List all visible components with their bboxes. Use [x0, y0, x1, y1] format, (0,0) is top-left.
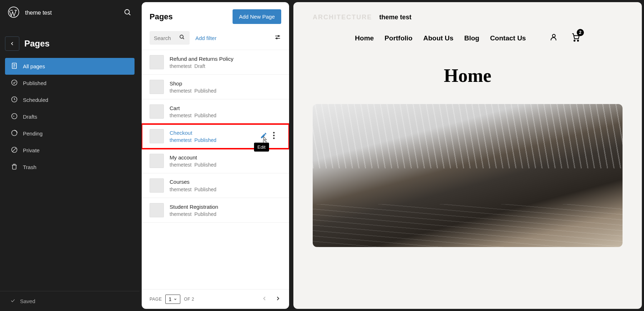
page-info: Student Registration themetest Published — [170, 204, 281, 217]
svg-point-7 — [12, 80, 17, 85]
back-button[interactable] — [5, 36, 19, 51]
trash-icon — [11, 163, 18, 171]
cart-icon[interactable]: 2 — [571, 33, 580, 44]
page-info: Shop themetest Published — [170, 80, 281, 94]
draft-icon — [11, 113, 18, 121]
account-icon[interactable] — [550, 33, 558, 43]
page-row[interactable]: Refund and Returns Policy themetest Draf… — [142, 50, 289, 75]
saved-label: Saved — [20, 298, 35, 304]
page-row[interactable]: Shop themetest Published — [142, 75, 289, 99]
header-icons: 2 — [550, 33, 580, 44]
site-title[interactable]: theme test — [25, 10, 118, 16]
page-title: Shop — [170, 80, 281, 87]
edit-tooltip: Edit — [254, 143, 269, 152]
page-select[interactable]: 1 — [165, 295, 180, 304]
svg-point-22 — [552, 34, 555, 37]
menu-about[interactable]: About Us — [423, 34, 453, 42]
page-thumbnail — [150, 203, 164, 217]
preview-nav: Home Portfolio About Us Blog Contact Us … — [313, 33, 623, 44]
page-thumbnail — [150, 154, 164, 168]
nav-item-drafts[interactable]: Drafts — [5, 108, 135, 125]
page-row-checkout[interactable]: Checkout themetest Published Edit — [142, 124, 289, 149]
nav-label: Published — [23, 80, 47, 86]
page-title: My account — [170, 154, 281, 161]
document-icon — [11, 62, 18, 70]
page-title: Refund and Returns Policy — [170, 56, 281, 62]
nav-label: Pending — [23, 130, 43, 137]
wordpress-logo-icon[interactable] — [8, 6, 19, 19]
page-label: PAGE — [150, 297, 162, 302]
svg-point-20 — [273, 135, 274, 136]
nav-label: Scheduled — [23, 97, 48, 103]
brand-title: theme test — [379, 14, 411, 21]
pages-panel: Pages Add New Page Add filter Refund and… — [142, 2, 289, 309]
add-filter-link[interactable]: Add filter — [195, 35, 216, 41]
page-meta: themetest Draft — [170, 63, 281, 69]
edit-icon[interactable] — [260, 132, 267, 140]
page-title: Student Registration — [170, 204, 281, 210]
check-icon — [10, 298, 16, 305]
page-actions — [260, 132, 275, 140]
nav-list: All pages Published Scheduled Drafts Pen… — [0, 58, 140, 176]
menu-contact[interactable]: Contact Us — [490, 34, 526, 42]
search-box[interactable] — [150, 31, 190, 45]
brand-muted: ARCHITECTURE — [313, 14, 372, 21]
svg-point-1 — [125, 9, 130, 14]
page-row[interactable]: My account themetest Published — [142, 149, 289, 173]
page-title: Cart — [170, 105, 281, 111]
nav-item-trash[interactable]: Trash — [5, 159, 135, 176]
pagination: PAGE 1 OF 2 — [142, 289, 289, 309]
menu-portfolio[interactable]: Portfolio — [385, 34, 413, 42]
page-meta: themetest Published — [170, 162, 281, 168]
hero-title: Home — [313, 65, 623, 86]
block-icon — [11, 146, 18, 154]
nav-label: Trash — [23, 164, 36, 170]
nav-item-scheduled[interactable]: Scheduled — [5, 92, 135, 108]
svg-point-16 — [278, 35, 279, 36]
svg-point-24 — [577, 40, 579, 41]
svg-point-13 — [180, 35, 183, 38]
page-row[interactable]: Cart themetest Published — [142, 99, 289, 124]
next-page-button[interactable] — [275, 295, 281, 303]
nav-item-all-pages[interactable]: All pages — [5, 58, 135, 75]
nav-item-pending[interactable]: Pending — [5, 125, 135, 142]
page-meta: themetest Published — [170, 113, 281, 118]
add-new-page-button[interactable]: Add New Page — [233, 9, 281, 24]
menu-home[interactable]: Home — [355, 34, 374, 42]
preview-header: ARCHITECTURE theme test — [313, 14, 623, 33]
filter-settings-icon[interactable] — [274, 34, 281, 42]
page-thumbnail — [150, 80, 164, 94]
topbar: theme test — [0, 0, 140, 26]
menu-blog[interactable]: Blog — [464, 34, 479, 42]
svg-line-14 — [183, 38, 184, 39]
page-row[interactable]: Courses themetest Published — [142, 173, 289, 198]
panel-title: Pages — [150, 12, 173, 21]
svg-point-19 — [273, 132, 274, 133]
nav-item-published[interactable]: Published — [5, 75, 135, 92]
preview-pane: ARCHITECTURE theme test Home Portfolio A… — [293, 2, 642, 309]
svg-line-2 — [129, 13, 131, 15]
clock-icon — [11, 96, 18, 104]
svg-point-21 — [273, 138, 274, 139]
search-input[interactable] — [154, 35, 179, 41]
svg-point-18 — [276, 38, 277, 39]
check-circle-icon — [11, 79, 18, 87]
pages-header: Pages Add New Page — [142, 2, 289, 31]
prev-page-button[interactable] — [261, 295, 268, 303]
nav-item-private[interactable]: Private — [5, 142, 135, 159]
page-meta: themetest Published — [170, 88, 281, 94]
nav-header: Pages — [0, 26, 140, 58]
nav-label: Private — [23, 147, 40, 153]
hero-image — [313, 104, 623, 247]
global-search-button[interactable] — [124, 9, 132, 18]
page-row[interactable]: Student Registration themetest Published — [142, 198, 289, 223]
more-icon[interactable] — [273, 132, 275, 140]
search-icon[interactable] — [179, 34, 185, 42]
page-title: Courses — [170, 179, 281, 185]
admin-sidebar: theme test Pages All pages Published Sch… — [0, 0, 140, 311]
page-thumbnail — [150, 55, 164, 69]
cart-badge: 2 — [577, 29, 584, 36]
page-info: Refund and Returns Policy themetest Draf… — [170, 56, 281, 69]
svg-line-12 — [13, 148, 16, 152]
svg-point-23 — [574, 40, 575, 41]
